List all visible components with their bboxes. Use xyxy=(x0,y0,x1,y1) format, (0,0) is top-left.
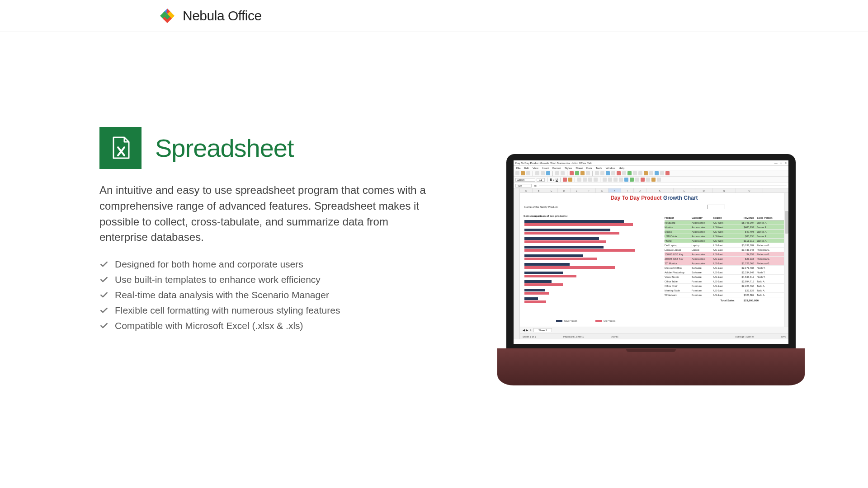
cell-product: USB Cable xyxy=(665,235,692,238)
col-header: Region xyxy=(713,216,731,219)
toolbar-icon xyxy=(606,171,610,175)
cell-product: Mouse xyxy=(665,230,692,233)
cell-revenue: $3,237,784 xyxy=(731,244,754,247)
cell-category: Software xyxy=(692,276,713,278)
chart-legend: New Product Old Product xyxy=(556,319,615,322)
toolbar-icon xyxy=(619,178,623,182)
menu-item: View xyxy=(533,167,538,169)
cell-region: US-East xyxy=(713,294,731,296)
vertical-scrollbar xyxy=(784,193,788,327)
toolbar-icon xyxy=(660,171,664,175)
total-label: Total Sales xyxy=(720,299,734,302)
cell-revenue: $3,733,943 xyxy=(731,249,754,251)
bar-group xyxy=(524,254,660,260)
cell-revenue: $2,223,765 xyxy=(731,285,754,287)
bar-group xyxy=(524,297,660,303)
cell-category: Furniture xyxy=(692,289,713,292)
cell-category: Laptop xyxy=(692,249,713,251)
cell-product: Microsoft Office xyxy=(665,267,692,269)
chart-title: Day To Day Product Growth Chart xyxy=(610,195,698,201)
toolbar-icon xyxy=(515,171,519,175)
bar-group xyxy=(524,272,660,277)
app-description: An intuitive and easy to use spreadsheet… xyxy=(99,183,434,245)
formula-bar: H10 fx xyxy=(514,183,788,188)
cell-category: Accessories xyxy=(692,239,713,242)
total-value: $23,898,806 xyxy=(744,299,759,302)
laptop-screen: Day To Day Product Growth Chart Macro.xl… xyxy=(506,154,796,348)
bar-group xyxy=(524,280,660,286)
cell-revenue: $4,843,312 xyxy=(731,276,754,278)
cell-revenue: $2,171,783 xyxy=(731,267,754,269)
feature-text: Flexible cell formatting with numerous s… xyxy=(115,305,340,316)
toolbar-icon xyxy=(613,178,618,182)
table-row: 100MB USB KeyAccessoriesUS-East$4,852Reb… xyxy=(665,252,787,257)
toolbar-icon xyxy=(622,171,626,175)
menu-item: Sheet xyxy=(576,167,583,169)
menu-item: Window xyxy=(606,167,615,169)
table-row: MouseAccessoriesUS-West$47,498James A. xyxy=(665,230,787,234)
cell-person: Rebecca G. xyxy=(754,258,781,260)
menu-item: Data xyxy=(586,167,592,169)
table-row: Adobe PhotoshopSoftwareUS-East$2,234,847… xyxy=(665,270,787,275)
cell-product: Visual Studio xyxy=(665,276,692,278)
bar-series-b xyxy=(524,240,606,243)
cell-product: Phone xyxy=(665,239,692,242)
toolbar-icon xyxy=(627,171,632,175)
col-header: Revenue xyxy=(731,216,754,219)
toolbar-icon xyxy=(577,178,581,182)
toolbar-icon xyxy=(641,178,645,182)
cell-person: James A. xyxy=(754,239,781,242)
bar-group xyxy=(524,229,660,235)
table-row: Meeting TableFurnitureUS-East$22,638Todd… xyxy=(665,288,787,293)
feature-text: Real-time data analysis with the Scenari… xyxy=(115,290,329,300)
toolbar-icon xyxy=(611,171,615,175)
cell-revenue: $8,745,994 xyxy=(731,221,754,224)
cell-region: US-East xyxy=(713,249,731,251)
window-titlebar: Day To Day Product Growth Chart Macro.xl… xyxy=(514,160,788,166)
language: [None] xyxy=(611,335,618,338)
status-bar: Sheet 1 of 1 PageStyle_Sheet1 [None] Ave… xyxy=(520,333,788,339)
bar-series-a xyxy=(524,272,563,274)
italic-icon: I xyxy=(553,178,554,181)
table-row: 23" MonitorAccessoriesUS-East$1,228,065R… xyxy=(665,261,787,266)
toolbar-icon xyxy=(646,178,650,182)
cell-person: Todd A. xyxy=(754,285,781,287)
bar-series-a xyxy=(524,289,545,291)
menu-item: Styles xyxy=(565,167,572,169)
cell-person: Noah T. xyxy=(754,267,781,269)
table-header-row: Product Category Region Revenue Sales Pe… xyxy=(665,216,787,221)
feature-text: Use built-in templates to enhance work e… xyxy=(115,274,321,285)
column-headers: ABC DEF GHI JKL MNO xyxy=(520,188,788,193)
bold-icon: B xyxy=(550,178,552,181)
sheet-tab: Sheet1 xyxy=(533,328,552,332)
cell-person: Rebecca G. xyxy=(754,249,781,251)
menu-item: Help xyxy=(619,167,624,169)
cell-region: US-East xyxy=(713,271,731,274)
cell-category: Furniture xyxy=(692,280,713,283)
table-row: Microsoft OfficeSoftwareUS-East$2,171,78… xyxy=(665,266,787,270)
bar-series-b xyxy=(524,283,563,286)
cell-person: Noah T. xyxy=(754,271,781,274)
toolbar-icon xyxy=(555,171,559,175)
cell-revenue: $2,894,716 xyxy=(731,280,754,283)
data-table: Product Category Region Revenue Sales Pe… xyxy=(665,216,787,302)
legend-label: Old Product xyxy=(604,319,615,322)
feature-item: Designed for both home and corporate use… xyxy=(99,259,434,270)
cell-region: US-East xyxy=(713,267,731,269)
chart-title-part1: Day To Day Product xyxy=(610,195,663,201)
cell-product: 250MB USB Key xyxy=(665,258,692,260)
cell-category: Accessories xyxy=(692,235,713,238)
toolbar-icon xyxy=(638,171,642,175)
product-info-column: Spreadsheet An intuitive and easy to use… xyxy=(99,127,434,385)
toolbar-icon xyxy=(608,178,612,182)
cell-revenue: $323,889 xyxy=(731,294,754,296)
product-name-label: Name of the Newly Product: xyxy=(524,206,558,208)
cell-region: US-East xyxy=(713,285,731,287)
laptop-mockup: Day To Day Product Growth Chart Macro.xl… xyxy=(497,154,805,385)
bar-series-b xyxy=(524,258,597,260)
toolbar-icon xyxy=(588,178,592,182)
cell-product: 23" Monitor xyxy=(665,262,692,265)
feature-text: Designed for both home and corporate use… xyxy=(115,259,303,270)
cell-category: Accessories xyxy=(692,221,713,224)
toolbar-icon xyxy=(651,178,656,182)
